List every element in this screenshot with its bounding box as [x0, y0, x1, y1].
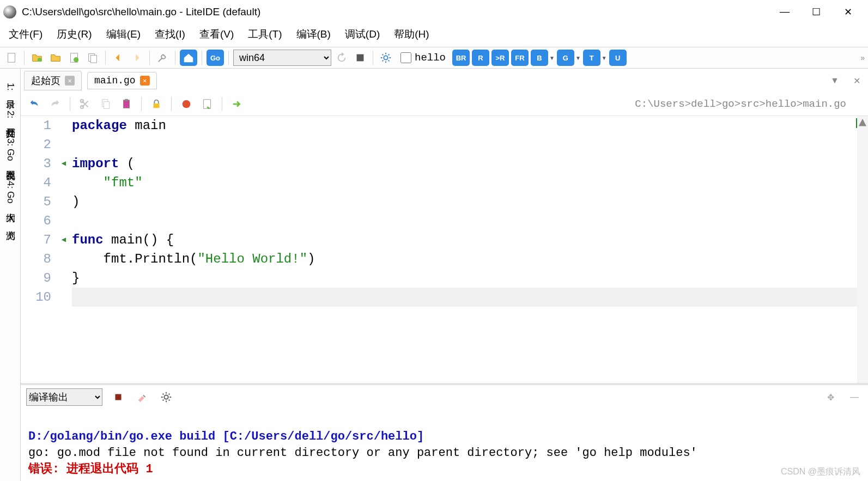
- svg-rect-6: [357, 54, 364, 62]
- editor-toolbar: C:\Users>dell>go>src>hello>main.go: [21, 93, 868, 116]
- svg-rect-5: [90, 55, 96, 63]
- minimize-button[interactable]: —: [778, 6, 792, 18]
- svg-rect-11: [104, 101, 109, 108]
- tab-label: 起始页: [31, 74, 60, 87]
- breadcrumb: C:\Users>dell>go>src>hello>main.go: [250, 98, 863, 110]
- menu-help[interactable]: 帮助(H): [394, 27, 429, 41]
- close-icon[interactable]: ✕: [65, 76, 75, 86]
- side-tab-open-docs[interactable]: 2: 打开文档: [0, 102, 20, 130]
- menu-tools[interactable]: 工具(T): [248, 27, 282, 41]
- output-panel: 编译输出 ✥ — D:/golang/bin/go.exe build [C:/…: [21, 383, 868, 481]
- file-add-icon[interactable]: [199, 96, 215, 112]
- go-icon[interactable]: Go: [207, 50, 224, 66]
- code-lines[interactable]: package main import ( "fmt" ) func main(…: [69, 116, 868, 383]
- run-icon[interactable]: [229, 96, 245, 112]
- tab-label: main.go: [94, 75, 136, 86]
- btn-g-dropdown[interactable]: G▼: [557, 50, 581, 66]
- wrench-icon[interactable]: [154, 50, 171, 66]
- clear-icon[interactable]: [134, 389, 150, 405]
- close-window-button[interactable]: ✕: [841, 6, 855, 18]
- tab-startpage[interactable]: 起始页 ✕: [24, 71, 82, 90]
- line-gutter: 1 2 3 4 5 6 7 8 9 10: [21, 116, 59, 383]
- paste-icon[interactable]: [118, 96, 135, 112]
- cut-icon[interactable]: [77, 96, 93, 112]
- menu-build[interactable]: 编译(B): [296, 27, 331, 41]
- menu-find[interactable]: 查找(I): [155, 27, 185, 41]
- side-tab-directory[interactable]: 1: 目录: [0, 74, 20, 102]
- tab-main-go[interactable]: main.go ✕: [87, 72, 157, 89]
- file-copy-icon[interactable]: [84, 50, 101, 66]
- settings-icon[interactable]: [158, 389, 174, 405]
- title-bar: C:\Users\dell\go\src\hello\main.go - Lit…: [0, 0, 868, 24]
- btn-t-dropdown[interactable]: T▼: [583, 50, 607, 66]
- main-toolbar: Go win64 hello BR R >R FR B▼ G▼ T▼ U »: [0, 47, 868, 69]
- gear-icon[interactable]: [378, 50, 394, 66]
- tabs-close-icon[interactable]: ✕: [848, 72, 865, 89]
- build-output[interactable]: D:/golang/bin/go.exe build [C:/Users/del…: [21, 409, 868, 481]
- maximize-button[interactable]: ☐: [809, 6, 823, 18]
- toolbar-overflow-icon[interactable]: »: [860, 53, 865, 62]
- fold-marker-icon[interactable]: ◀: [59, 154, 69, 173]
- home-icon[interactable]: [180, 50, 197, 66]
- menu-file[interactable]: 文件(F): [9, 27, 43, 41]
- btn-gtr[interactable]: >R: [491, 50, 509, 66]
- svg-point-3: [74, 57, 78, 62]
- scrollbar[interactable]: ▲: [857, 116, 868, 383]
- btn-br[interactable]: BR: [452, 50, 470, 66]
- refresh-icon[interactable]: [333, 50, 350, 66]
- code-editor[interactable]: 1 2 3 4 5 6 7 8 9 10 ◀ ◀ package main: [21, 116, 868, 383]
- svg-point-15: [183, 100, 191, 108]
- env-select[interactable]: win64: [233, 50, 331, 66]
- svg-rect-13: [125, 99, 128, 101]
- forward-icon[interactable]: [129, 50, 145, 66]
- minimize-panel-icon[interactable]: —: [846, 389, 863, 405]
- menu-edit[interactable]: 编辑(E): [106, 27, 141, 41]
- project-label: hello: [415, 52, 446, 64]
- copy-icon[interactable]: [98, 96, 114, 112]
- svg-point-1: [38, 58, 41, 62]
- breakpoint-icon[interactable]: [178, 96, 195, 112]
- back-icon[interactable]: [110, 50, 126, 66]
- project-checkbox[interactable]: hello: [400, 52, 446, 64]
- watermark: CSDN @墨痕诉清风: [781, 466, 860, 478]
- btn-b-dropdown[interactable]: B▼: [531, 50, 555, 66]
- menu-view[interactable]: 查看(V): [199, 27, 234, 41]
- menu-debug[interactable]: 调试(D): [345, 27, 380, 41]
- redo-icon[interactable]: [47, 96, 63, 112]
- fold-column: ◀ ◀: [59, 116, 69, 383]
- btn-u[interactable]: U: [609, 50, 627, 66]
- svg-rect-17: [116, 394, 122, 400]
- side-tab-bar: 1: 目录 2: 打开文档 3: Go 类视图 4: Go 大纲 浏览: [0, 69, 21, 481]
- svg-rect-0: [8, 53, 15, 63]
- open-folder-icon[interactable]: [29, 50, 45, 66]
- editor-tabs: 起始页 ✕ main.go ✕ ▼ ✕: [21, 69, 868, 93]
- app-icon: [3, 5, 16, 19]
- fold-marker-icon[interactable]: ◀: [59, 230, 69, 249]
- side-tab-browse[interactable]: 浏览: [0, 215, 20, 232]
- svg-point-7: [384, 56, 387, 59]
- side-tab-class-view[interactable]: 3: Go 类视图: [0, 130, 20, 172]
- menu-bar: 文件(F) 历史(R) 编辑(E) 查找(I) 查看(V) 工具(T) 编译(B…: [0, 24, 868, 47]
- undo-icon[interactable]: [26, 96, 43, 112]
- menu-history[interactable]: 历史(R): [57, 27, 92, 41]
- svg-point-18: [164, 395, 168, 399]
- side-tab-outline[interactable]: 4: Go 大纲: [0, 172, 20, 215]
- window-title: C:\Users\dell\go\src\hello\main.go - Lit…: [22, 6, 778, 18]
- svg-rect-12: [124, 100, 130, 108]
- stop-icon[interactable]: [110, 389, 126, 405]
- new-file-icon[interactable]: [3, 50, 20, 66]
- file-go-icon[interactable]: [66, 50, 82, 66]
- lock-icon[interactable]: [148, 96, 165, 112]
- pin-icon[interactable]: ✥: [822, 389, 839, 405]
- output-selector[interactable]: 编译输出: [26, 388, 102, 406]
- tabs-dropdown-icon[interactable]: ▼: [827, 72, 843, 89]
- svg-rect-14: [154, 103, 160, 108]
- stop-square-icon[interactable]: [352, 50, 368, 66]
- btn-fr[interactable]: FR: [511, 50, 529, 66]
- folder-icon[interactable]: [47, 50, 64, 66]
- close-icon[interactable]: ✕: [140, 76, 150, 86]
- btn-r[interactable]: R: [472, 50, 489, 66]
